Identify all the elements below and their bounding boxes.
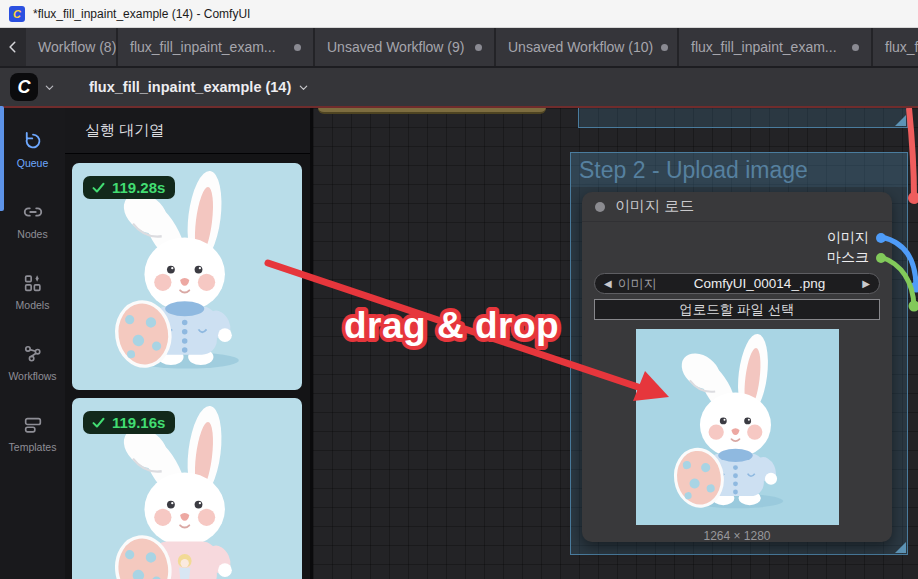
image-combo-widget[interactable]: ◀ 이미지 ComfyUI_00014_.png ▶ [594, 273, 880, 294]
tab-flux-fill-inpaint-1[interactable]: flux_fill_inpaint_exam... [118, 28, 315, 66]
output-label: 이미지 [827, 229, 869, 247]
sidebar-item-queue[interactable]: Queue [0, 118, 65, 180]
tab-label: flux_fill_inpaint_exam... [691, 39, 837, 55]
sidebar-item-label: Queue [17, 157, 49, 169]
load-image-node[interactable]: 이미지 로드 이미지 마스크 ◀ 이미지 ComfyUI_00014_.png … [582, 192, 892, 542]
output-label: 마스크 [827, 249, 869, 267]
combo-prev-arrow-icon[interactable]: ◀ [604, 278, 612, 289]
checkmark-icon [91, 180, 106, 195]
node-outputs: 이미지 마스크 [582, 228, 892, 268]
upload-file-button[interactable]: 업로드할 파일 선택 [594, 299, 880, 320]
node-title: 이미지 로드 [615, 197, 694, 216]
models-boxes-icon [22, 272, 44, 294]
group-title: Step 2 - Upload image [571, 155, 816, 186]
duration-text: 119.16s [112, 414, 165, 431]
mask-link-dot [909, 301, 918, 312]
sidebar-item-templates[interactable]: Templates [0, 402, 65, 464]
workflows-graph-icon [22, 343, 44, 365]
logo-menu-chevron-down-icon[interactable] [44, 82, 55, 93]
offscreen-node-bottom-edge [318, 108, 546, 114]
app-header: C flux_fill_inpaint_example (14) [0, 68, 918, 108]
unsaved-dot-icon [294, 44, 301, 51]
tab-label: Unsaved Workflow (9) [327, 39, 464, 55]
comfyui-app-icon: C [9, 6, 25, 22]
sidebar-item-label: Templates [9, 441, 57, 453]
duration-text: 119.28s [112, 179, 165, 196]
tab-label: flux_fill_inpaint_exam... [130, 39, 276, 55]
output-row-mask: 마스크 [582, 248, 892, 268]
node-title-bar[interactable]: 이미지 로드 [582, 192, 892, 222]
tab-unsaved-workflow-10[interactable]: Unsaved Workflow (10) [496, 28, 679, 66]
sidebar-item-models[interactable]: Models [0, 260, 65, 322]
templates-layout-icon [22, 414, 44, 436]
queue-history-icon [22, 130, 44, 152]
title-bar: C *flux_fill_inpaint_example (14) - Comf… [0, 0, 918, 28]
duration-badge: 119.28s [83, 176, 175, 199]
tab-flux-fill-inpaint-2[interactable]: flux_fill_inpaint_exam... [679, 28, 873, 66]
unsaved-dot-icon [475, 44, 482, 51]
output-row-image: 이미지 [582, 228, 892, 248]
preview-bunny-blue-jacket [636, 329, 839, 525]
checkmark-icon [91, 415, 106, 430]
tab-label: Unsaved Workflow (10) [508, 39, 653, 55]
sidebar-item-nodes[interactable]: Nodes [0, 189, 65, 251]
tab-flux-fill-partial[interactable]: flux_fi [873, 28, 918, 66]
comfyui-logo[interactable]: C [10, 73, 38, 101]
workflow-tab-bar: Workflow (8) flux_fill_inpaint_exam... U… [0, 28, 918, 68]
tab-label: Workflow (8) [38, 39, 116, 55]
group-header[interactable]: Step 2 - Upload image [571, 153, 907, 187]
nodes-link-icon [22, 201, 44, 223]
unsaved-dot-icon [852, 44, 859, 51]
output-port-image[interactable] [876, 233, 886, 243]
duration-badge: 119.16s [83, 411, 175, 434]
node-image-preview[interactable] [636, 329, 839, 525]
node-collapse-dot[interactable] [595, 202, 605, 212]
queue-result-item-1[interactable]: 119.28s [72, 163, 302, 390]
sidebar: Queue Nodes Models Workflows Templates [0, 108, 65, 579]
queue-panel-title: 실행 대기열 [85, 121, 164, 140]
chevron-down-icon [298, 82, 309, 93]
node-canvas[interactable]: Step 2 - Upload image 이미지 로드 이미지 마스크 [313, 108, 918, 579]
output-port-mask[interactable] [876, 253, 886, 263]
queue-panel: 실행 대기열 119.28s 119.16s [65, 108, 310, 579]
sidebar-item-label: Nodes [17, 228, 47, 240]
tab-workflow-8[interactable]: Workflow (8) [26, 28, 118, 66]
sidebar-item-label: Models [16, 299, 50, 311]
tab-label: flux_fi [885, 39, 918, 55]
unsaved-dot-icon [661, 44, 668, 51]
workflow-name-dropdown[interactable]: flux_fill_inpaint_example (14) [89, 79, 309, 95]
workflow-name: flux_fill_inpaint_example (14) [89, 79, 291, 95]
chevron-left-icon [6, 40, 20, 54]
sidebar-item-workflows[interactable]: Workflows [0, 331, 65, 393]
combo-value: ComfyUI_00014_.png [663, 276, 857, 291]
sidebar-item-label: Workflows [8, 370, 56, 382]
group-resize-handle[interactable] [895, 115, 906, 126]
red-link-wire [909, 108, 914, 198]
group-box-partial-top[interactable] [578, 108, 908, 128]
window-title: *flux_fill_inpaint_example (14) - ComfyU… [33, 7, 250, 21]
comfyui-window: C *flux_fill_inpaint_example (14) - Comf… [0, 0, 918, 579]
red-link-dot [908, 192, 918, 204]
image-link-dot [911, 282, 918, 293]
group-resize-handle[interactable] [895, 542, 906, 553]
image-dimensions-label: 1264 × 1280 [582, 529, 892, 543]
queue-result-item-2[interactable]: 119.16s [72, 398, 302, 579]
queue-panel-header: 실행 대기열 [65, 108, 310, 154]
tab-overflow-left-button[interactable] [0, 28, 26, 66]
combo-label: 이미지 [618, 275, 657, 293]
combo-next-arrow-icon[interactable]: ▶ [862, 278, 870, 289]
tab-unsaved-workflow-9[interactable]: Unsaved Workflow (9) [315, 28, 496, 66]
